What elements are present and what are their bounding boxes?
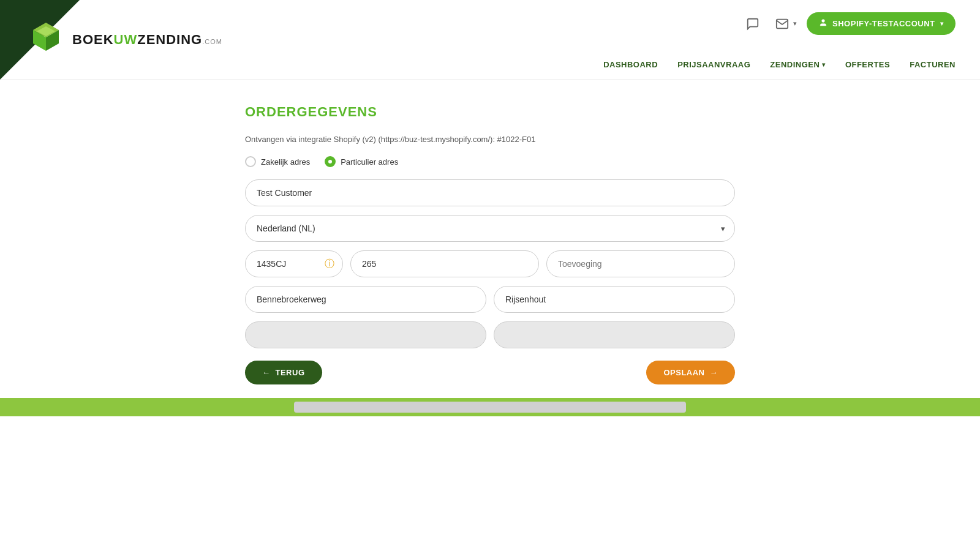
header-right: ▾ SHOPIFY-TESTACCOUNT ▾ xyxy=(743,12,956,35)
save-arrow-icon: → xyxy=(710,368,718,377)
main-content: ORDERGEGEVENS Ontvangen via integratie S… xyxy=(0,80,980,409)
chat-icon[interactable] xyxy=(743,14,763,34)
city-input[interactable] xyxy=(494,286,735,313)
nav-dashboard[interactable]: DASHBOARD xyxy=(603,60,658,69)
extra-fields-row xyxy=(245,321,735,348)
street-input[interactable] xyxy=(245,286,486,313)
name-field-group xyxy=(245,179,735,206)
nav-zendingen[interactable]: ZENDINGEN ▾ xyxy=(770,60,826,69)
city-field-group xyxy=(494,286,735,313)
form-buttons: ← TERUG OPSLAAN → xyxy=(245,361,735,384)
extra-field1-input[interactable] xyxy=(245,321,486,348)
postcode-info-icon: ⓘ xyxy=(325,258,334,271)
email-icon[interactable] xyxy=(772,14,792,34)
page-wrapper: BOEKUWZENDING.COM ▾ xyxy=(0,0,980,551)
header-left: BOEKUWZENDING.COM xyxy=(24,15,222,64)
nav-prijsaanvraag[interactable]: PRIJSAANVRAAG xyxy=(677,60,750,69)
save-button[interactable]: OPSLAAN → xyxy=(646,361,735,384)
radio-zakelijk-label: Zakelijk adres xyxy=(261,157,310,167)
logo-icon xyxy=(24,15,67,64)
order-info: Ontvangen via integratie Shopify (v2) (h… xyxy=(245,135,735,144)
account-button[interactable]: SHOPIFY-TESTACCOUNT ▾ xyxy=(807,12,956,35)
postcode-row: ⓘ xyxy=(245,250,735,277)
nav-offertes[interactable]: OFFERTES xyxy=(845,60,890,69)
radio-particulier[interactable]: Particulier adres xyxy=(325,156,398,167)
street-field-group xyxy=(245,286,486,313)
page-title: ORDERGEGEVENS xyxy=(245,104,735,120)
svg-point-5 xyxy=(822,20,825,23)
account-chevron-icon: ▾ xyxy=(940,20,944,27)
email-dropdown[interactable]: ▾ xyxy=(772,14,797,34)
toevoeging-field-group xyxy=(546,250,735,277)
logo-text: BOEKUWZENDING.COM xyxy=(72,32,222,48)
back-arrow-icon: ← xyxy=(262,368,271,377)
email-chevron-icon: ▾ xyxy=(793,20,797,28)
radio-zakelijk-circle xyxy=(245,156,256,167)
address-type-radio-group: Zakelijk adres Particulier adres xyxy=(245,156,735,167)
account-person-icon xyxy=(819,18,827,29)
country-field-group: Nederland (NL) ▾ xyxy=(245,215,735,242)
street-city-row xyxy=(245,286,735,313)
name-input[interactable] xyxy=(245,179,735,206)
zendingen-chevron-icon: ▾ xyxy=(822,61,826,68)
country-select[interactable]: Nederland (NL) xyxy=(245,215,735,242)
radio-particulier-label: Particulier adres xyxy=(341,157,398,167)
radio-zakelijk[interactable]: Zakelijk adres xyxy=(245,156,310,167)
extra-field2-group xyxy=(494,321,735,348)
toevoeging-input[interactable] xyxy=(546,250,735,277)
radio-particulier-circle xyxy=(325,156,336,167)
house-number-input[interactable] xyxy=(350,250,539,277)
back-button[interactable]: ← TERUG xyxy=(245,361,322,384)
footer-bar-inner xyxy=(294,402,686,413)
house-number-field-group xyxy=(350,250,539,277)
postcode-field-group: ⓘ xyxy=(245,250,343,277)
extra-field2-input[interactable] xyxy=(494,321,735,348)
nav-facturen[interactable]: FACTUREN xyxy=(910,60,956,69)
logo[interactable]: BOEKUWZENDING.COM xyxy=(24,15,222,64)
main-nav: DASHBOARD PRIJSAANVRAAG ZENDINGEN ▾ OFFE… xyxy=(603,60,956,69)
account-label: SHOPIFY-TESTACCOUNT xyxy=(832,19,935,28)
header: BOEKUWZENDING.COM ▾ xyxy=(0,0,980,80)
footer-bar xyxy=(0,398,980,416)
extra-field1-group xyxy=(245,321,486,348)
